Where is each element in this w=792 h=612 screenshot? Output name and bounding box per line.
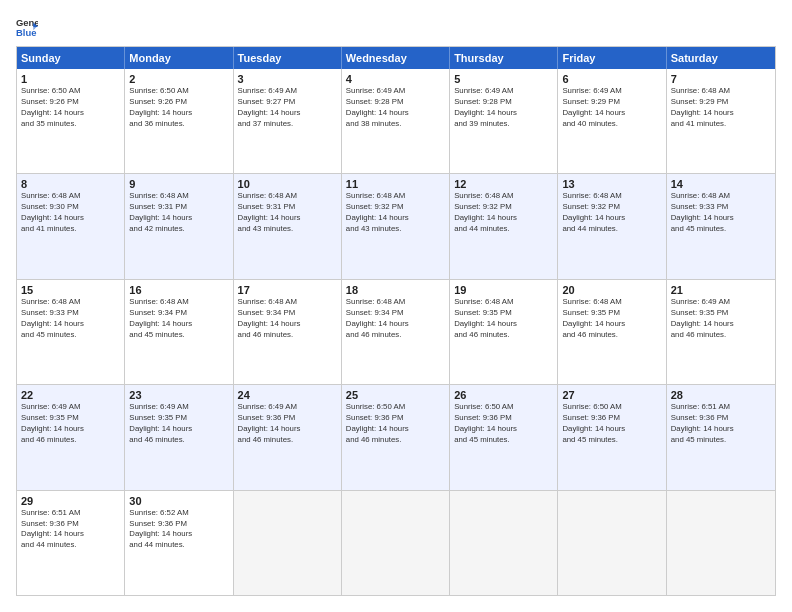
day-header-sunday: Sunday <box>17 47 125 69</box>
calendar-cell: 18Sunrise: 6:48 AM Sunset: 9:34 PM Dayli… <box>342 280 450 384</box>
cell-info: Sunrise: 6:50 AM Sunset: 9:36 PM Dayligh… <box>454 402 553 446</box>
day-number: 27 <box>562 389 661 401</box>
calendar-cell: 22Sunrise: 6:49 AM Sunset: 9:35 PM Dayli… <box>17 385 125 489</box>
logo: General Blue <box>16 16 42 38</box>
day-number: 10 <box>238 178 337 190</box>
day-number: 30 <box>129 495 228 507</box>
calendar-cell: 19Sunrise: 6:48 AM Sunset: 9:35 PM Dayli… <box>450 280 558 384</box>
cell-info: Sunrise: 6:50 AM Sunset: 9:36 PM Dayligh… <box>562 402 661 446</box>
cell-info: Sunrise: 6:50 AM Sunset: 9:26 PM Dayligh… <box>21 86 120 130</box>
calendar-cell: 4Sunrise: 6:49 AM Sunset: 9:28 PM Daylig… <box>342 69 450 173</box>
calendar-row-2: 15Sunrise: 6:48 AM Sunset: 9:33 PM Dayli… <box>17 280 775 385</box>
cell-info: Sunrise: 6:51 AM Sunset: 9:36 PM Dayligh… <box>21 508 120 552</box>
calendar: SundayMondayTuesdayWednesdayThursdayFrid… <box>16 46 776 596</box>
calendar-body: 1Sunrise: 6:50 AM Sunset: 9:26 PM Daylig… <box>17 69 775 595</box>
day-number: 26 <box>454 389 553 401</box>
day-header-thursday: Thursday <box>450 47 558 69</box>
calendar-cell: 28Sunrise: 6:51 AM Sunset: 9:36 PM Dayli… <box>667 385 775 489</box>
day-number: 12 <box>454 178 553 190</box>
day-number: 20 <box>562 284 661 296</box>
calendar-row-0: 1Sunrise: 6:50 AM Sunset: 9:26 PM Daylig… <box>17 69 775 174</box>
day-number: 3 <box>238 73 337 85</box>
calendar-cell: 10Sunrise: 6:48 AM Sunset: 9:31 PM Dayli… <box>234 174 342 278</box>
day-number: 2 <box>129 73 228 85</box>
cell-info: Sunrise: 6:49 AM Sunset: 9:27 PM Dayligh… <box>238 86 337 130</box>
cell-info: Sunrise: 6:48 AM Sunset: 9:34 PM Dayligh… <box>129 297 228 341</box>
day-number: 17 <box>238 284 337 296</box>
day-number: 13 <box>562 178 661 190</box>
cell-info: Sunrise: 6:50 AM Sunset: 9:26 PM Dayligh… <box>129 86 228 130</box>
day-header-friday: Friday <box>558 47 666 69</box>
day-number: 4 <box>346 73 445 85</box>
cell-info: Sunrise: 6:51 AM Sunset: 9:36 PM Dayligh… <box>671 402 771 446</box>
cell-info: Sunrise: 6:49 AM Sunset: 9:35 PM Dayligh… <box>129 402 228 446</box>
day-number: 1 <box>21 73 120 85</box>
day-number: 5 <box>454 73 553 85</box>
calendar-cell: 9Sunrise: 6:48 AM Sunset: 9:31 PM Daylig… <box>125 174 233 278</box>
calendar-cell: 14Sunrise: 6:48 AM Sunset: 9:33 PM Dayli… <box>667 174 775 278</box>
cell-info: Sunrise: 6:48 AM Sunset: 9:33 PM Dayligh… <box>671 191 771 235</box>
calendar-cell <box>342 491 450 595</box>
cell-info: Sunrise: 6:48 AM Sunset: 9:34 PM Dayligh… <box>238 297 337 341</box>
calendar-cell: 26Sunrise: 6:50 AM Sunset: 9:36 PM Dayli… <box>450 385 558 489</box>
calendar-cell: 23Sunrise: 6:49 AM Sunset: 9:35 PM Dayli… <box>125 385 233 489</box>
day-number: 19 <box>454 284 553 296</box>
calendar-header: SundayMondayTuesdayWednesdayThursdayFrid… <box>17 47 775 69</box>
day-number: 7 <box>671 73 771 85</box>
cell-info: Sunrise: 6:49 AM Sunset: 9:28 PM Dayligh… <box>454 86 553 130</box>
cell-info: Sunrise: 6:49 AM Sunset: 9:29 PM Dayligh… <box>562 86 661 130</box>
calendar-cell: 21Sunrise: 6:49 AM Sunset: 9:35 PM Dayli… <box>667 280 775 384</box>
cell-info: Sunrise: 6:48 AM Sunset: 9:33 PM Dayligh… <box>21 297 120 341</box>
day-number: 11 <box>346 178 445 190</box>
day-number: 22 <box>21 389 120 401</box>
calendar-cell: 12Sunrise: 6:48 AM Sunset: 9:32 PM Dayli… <box>450 174 558 278</box>
calendar-cell <box>558 491 666 595</box>
day-number: 6 <box>562 73 661 85</box>
calendar-cell: 17Sunrise: 6:48 AM Sunset: 9:34 PM Dayli… <box>234 280 342 384</box>
calendar-cell <box>234 491 342 595</box>
cell-info: Sunrise: 6:48 AM Sunset: 9:31 PM Dayligh… <box>129 191 228 235</box>
cell-info: Sunrise: 6:52 AM Sunset: 9:36 PM Dayligh… <box>129 508 228 552</box>
day-header-monday: Monday <box>125 47 233 69</box>
day-number: 28 <box>671 389 771 401</box>
cell-info: Sunrise: 6:49 AM Sunset: 9:35 PM Dayligh… <box>21 402 120 446</box>
calendar-cell: 8Sunrise: 6:48 AM Sunset: 9:30 PM Daylig… <box>17 174 125 278</box>
calendar-row-1: 8Sunrise: 6:48 AM Sunset: 9:30 PM Daylig… <box>17 174 775 279</box>
calendar-cell: 13Sunrise: 6:48 AM Sunset: 9:32 PM Dayli… <box>558 174 666 278</box>
cell-info: Sunrise: 6:48 AM Sunset: 9:32 PM Dayligh… <box>562 191 661 235</box>
calendar-cell <box>667 491 775 595</box>
cell-info: Sunrise: 6:50 AM Sunset: 9:36 PM Dayligh… <box>346 402 445 446</box>
calendar-cell <box>450 491 558 595</box>
cell-info: Sunrise: 6:48 AM Sunset: 9:32 PM Dayligh… <box>454 191 553 235</box>
calendar-cell: 6Sunrise: 6:49 AM Sunset: 9:29 PM Daylig… <box>558 69 666 173</box>
day-header-saturday: Saturday <box>667 47 775 69</box>
day-number: 29 <box>21 495 120 507</box>
calendar-cell: 25Sunrise: 6:50 AM Sunset: 9:36 PM Dayli… <box>342 385 450 489</box>
calendar-cell: 2Sunrise: 6:50 AM Sunset: 9:26 PM Daylig… <box>125 69 233 173</box>
calendar-cell: 24Sunrise: 6:49 AM Sunset: 9:36 PM Dayli… <box>234 385 342 489</box>
day-number: 21 <box>671 284 771 296</box>
day-number: 24 <box>238 389 337 401</box>
calendar-row-4: 29Sunrise: 6:51 AM Sunset: 9:36 PM Dayli… <box>17 491 775 595</box>
calendar-cell: 29Sunrise: 6:51 AM Sunset: 9:36 PM Dayli… <box>17 491 125 595</box>
calendar-row-3: 22Sunrise: 6:49 AM Sunset: 9:35 PM Dayli… <box>17 385 775 490</box>
cell-info: Sunrise: 6:48 AM Sunset: 9:29 PM Dayligh… <box>671 86 771 130</box>
day-number: 14 <box>671 178 771 190</box>
calendar-cell: 20Sunrise: 6:48 AM Sunset: 9:35 PM Dayli… <box>558 280 666 384</box>
day-number: 8 <box>21 178 120 190</box>
day-number: 18 <box>346 284 445 296</box>
logo-icon: General Blue <box>16 16 38 38</box>
calendar-cell: 30Sunrise: 6:52 AM Sunset: 9:36 PM Dayli… <box>125 491 233 595</box>
calendar-cell: 1Sunrise: 6:50 AM Sunset: 9:26 PM Daylig… <box>17 69 125 173</box>
cell-info: Sunrise: 6:48 AM Sunset: 9:31 PM Dayligh… <box>238 191 337 235</box>
cell-info: Sunrise: 6:48 AM Sunset: 9:35 PM Dayligh… <box>562 297 661 341</box>
page: General Blue SundayMondayTuesdayWednesda… <box>0 0 792 612</box>
day-number: 15 <box>21 284 120 296</box>
day-number: 16 <box>129 284 228 296</box>
calendar-cell: 16Sunrise: 6:48 AM Sunset: 9:34 PM Dayli… <box>125 280 233 384</box>
cell-info: Sunrise: 6:49 AM Sunset: 9:36 PM Dayligh… <box>238 402 337 446</box>
day-header-wednesday: Wednesday <box>342 47 450 69</box>
day-number: 9 <box>129 178 228 190</box>
header: General Blue <box>16 16 776 38</box>
calendar-cell: 27Sunrise: 6:50 AM Sunset: 9:36 PM Dayli… <box>558 385 666 489</box>
